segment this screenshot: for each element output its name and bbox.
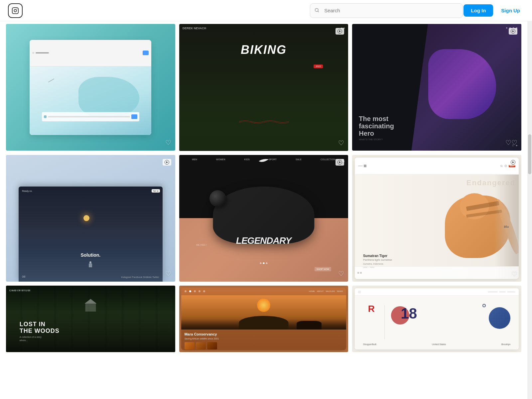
- card-7-sublabel: LAND OF STONE: [9, 289, 31, 292]
- card-9-number: 18: [401, 305, 417, 322]
- card-5-shop-btn[interactable]: SHOP NOW: [315, 267, 332, 271]
- signup-button[interactable]: Sign Up: [497, 4, 524, 17]
- card-4-solution-text: Solution.: [80, 252, 100, 258]
- main-content: ♡ Biking DEREK NEVACH ■ ■ 2022: [0, 21, 532, 352]
- card-4-logo: Ready co.: [22, 190, 33, 192]
- card-5-dots: [260, 262, 267, 264]
- card-4-number: 08: [22, 275, 25, 278]
- card-8-mara-title: Mara Conservancy: [185, 332, 343, 336]
- image-grid: ♡ Biking DEREK NEVACH ■ ■ 2022: [6, 21, 521, 352]
- heart-icon-2[interactable]: ♡: [338, 139, 344, 147]
- grid-item-3[interactable]: The mostfascinatingHero WHAT'S THE STORY…: [352, 24, 521, 151]
- grid-item-5[interactable]: MEN WOMEN KIDS SPORT SALE COLLECTION LEG…: [179, 155, 348, 282]
- card-9-r-letter: R: [368, 304, 375, 314]
- heart-icon-4[interactable]: ♡: [165, 270, 171, 278]
- card-4-socials: Instagram Facebook Dribbble Twitter: [121, 276, 159, 278]
- card-4-btn: Sign up: [152, 189, 160, 193]
- card-7-text-block: LOST INTHE WOODS A collection of a story…: [20, 321, 60, 342]
- card-9-footer: ShopperBuilt United States Brooklyn: [363, 343, 510, 345]
- grid-item-6[interactable]: Blu+ Endangered: [352, 155, 521, 282]
- svg-line-6: [344, 161, 344, 162]
- svg-rect-0: [12, 7, 18, 13]
- heart-icon-6[interactable]: ♡: [511, 270, 517, 278]
- header: Log In Sign Up: [0, 0, 532, 21]
- instagram-logo: [8, 3, 23, 18]
- video-icon-3: [509, 28, 517, 35]
- search-container: [310, 3, 463, 18]
- svg-point-1: [14, 9, 16, 12]
- svg-point-2: [17, 9, 17, 9]
- grid-item-7[interactable]: CAMINWILD LAND OF STONE LOST INTHE WOODS…: [6, 286, 175, 352]
- card-6-location: Sumatra, Indonesia: [363, 263, 429, 265]
- grid-item-1[interactable]: ♡: [6, 24, 175, 151]
- svg-line-4: [318, 11, 319, 12]
- search-input[interactable]: [310, 3, 463, 18]
- search-icon: [315, 8, 319, 13]
- card-9-o-letter: O: [482, 303, 486, 308]
- video-icon-6: [509, 159, 517, 166]
- card-7-house: [85, 299, 96, 312]
- video-icon-4: [163, 159, 171, 166]
- card-5-legendary-text: LEGENDARY: [236, 235, 291, 246]
- card-8-mara-desc: Saving African wildlife since 2001: [185, 337, 343, 340]
- grid-item-9[interactable]: R 18 O ShopperBuilt United States Brookl…: [352, 286, 521, 352]
- grid-item-8[interactable]: HOME ABOUT WILDLIFE NEWS: [179, 286, 348, 352]
- heart-icon-5[interactable]: ♡: [338, 270, 344, 278]
- scrollbar-thumb[interactable]: [528, 134, 531, 174]
- login-button[interactable]: Log In: [464, 4, 493, 17]
- svg-line-8: [502, 166, 502, 167]
- heart-icon-1[interactable]: ♡: [165, 139, 171, 147]
- card-6-latin: Panthera tigris sumatrae: [363, 258, 429, 261]
- card-6-species: Sumatran Tiger: [363, 254, 429, 258]
- card-3-text: The mostfascinatingHero WHAT'S THE STORY…: [359, 115, 394, 141]
- card-7-desc: A collection of a story where...: [20, 335, 44, 342]
- header-actions: Log In Sign Up: [464, 4, 524, 17]
- grid-item-4[interactable]: Ready co. Sign up Solution. 08 Instagram…: [6, 155, 175, 282]
- scrollbar[interactable]: [527, 21, 532, 352]
- card-7-title: LOST INTHE WOODS: [20, 321, 60, 334]
- grid-item-2[interactable]: Biking DEREK NEVACH ■ ■ 2022: [179, 24, 348, 151]
